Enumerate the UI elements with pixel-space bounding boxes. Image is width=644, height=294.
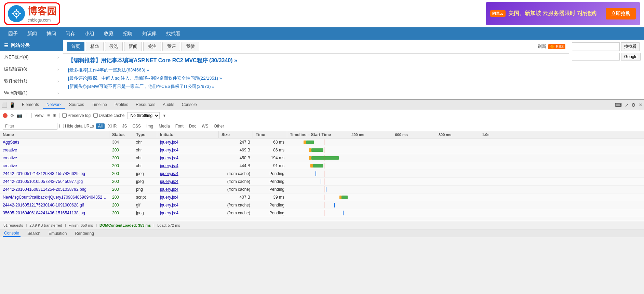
- table-row[interactable]: 24442-20160510105057343-756450977.jpg 20…: [0, 178, 644, 186]
- logo-container[interactable]: 博客园 cnblogs.com: [4, 2, 60, 25]
- table-row[interactable]: creative 200 xhr jquery.js:4 450 B 194 m…: [0, 154, 644, 162]
- close-devtools-icon[interactable]: ✕: [639, 102, 643, 108]
- view-list-icon[interactable]: ≡: [47, 113, 50, 118]
- record-btn[interactable]: [3, 113, 8, 118]
- nav-item-招聘[interactable]: 招聘: [118, 27, 137, 40]
- devtools-tab-profiles[interactable]: Profiles: [111, 101, 132, 109]
- content-tab-候选[interactable]: 候选: [105, 42, 123, 51]
- devtools-icon-mobile[interactable]: 📱: [9, 102, 15, 108]
- content-tab-关注[interactable]: 关注: [143, 42, 161, 51]
- table-row[interactable]: 24442-20160416083114254-2051038792.png 2…: [0, 186, 644, 193]
- row-initiator[interactable]: jquery.js:4: [157, 170, 219, 177]
- sub-article[interactable]: [最多推荐]工作4年的一些想法(63/4663) »: [68, 67, 564, 73]
- terminal-icon[interactable]: ⌨: [615, 102, 622, 108]
- devtools-tab-audits[interactable]: Audits: [159, 101, 177, 109]
- devtools-icon-inspect[interactable]: ⬜: [1, 102, 7, 108]
- row-initiator[interactable]: jquery.js:4: [157, 178, 219, 185]
- refresh-label[interactable]: 刷新: [537, 43, 546, 50]
- filter-type-img[interactable]: Img: [144, 123, 155, 129]
- nav-item-新闻[interactable]: 新闻: [23, 27, 42, 40]
- row-time: Pending: [253, 210, 287, 216]
- devtools-tab-timeline[interactable]: Timeline: [88, 101, 110, 109]
- nav-item-闪存[interactable]: 闪存: [61, 27, 80, 40]
- nav-item-收藏[interactable]: 收藏: [99, 27, 118, 40]
- undock-icon[interactable]: ↗: [625, 102, 629, 108]
- rss-badge[interactable]: 🔶 RSS: [548, 44, 565, 49]
- timeline-red-line: [324, 139, 324, 145]
- content-tab-新闻[interactable]: 新闻: [124, 42, 142, 51]
- row-initiator[interactable]: jquery.js:4: [157, 147, 219, 153]
- filter-type-media[interactable]: Media: [157, 123, 172, 129]
- ad-button[interactable]: 立即抢购: [606, 8, 636, 19]
- devtools-tab-resources[interactable]: Resources: [132, 101, 159, 109]
- disable-cache-label[interactable]: Disable cache: [93, 113, 124, 118]
- main-article[interactable]: 【编辑推荐】用记事本编写ASP.NET Core RC2 MVC程序 (30/3…: [68, 57, 564, 64]
- filter-type-css[interactable]: CSS: [130, 123, 143, 129]
- sub-article[interactable]: [新闻头条]BMW可能不再只是一家车厂，他们在CES像极了IT公司(3/973)…: [68, 83, 564, 90]
- table-row[interactable]: 24442-20160512143120343-1557426629.jpg 2…: [0, 170, 644, 178]
- filter-type-doc[interactable]: Doc: [187, 123, 198, 129]
- nav-item-小组[interactable]: 小组: [80, 27, 99, 40]
- row-initiator[interactable]: jquery.js:4: [157, 162, 219, 169]
- nav-item-知识库[interactable]: 知识库: [137, 27, 161, 40]
- bottom-tab-console[interactable]: Console: [3, 230, 21, 237]
- row-initiator[interactable]: jquery.js:4: [157, 155, 219, 161]
- filter-type-all[interactable]: All: [96, 123, 105, 129]
- table-row[interactable]: 24442-20160512175230140-1091080628.gif 2…: [0, 201, 644, 209]
- stop-btn[interactable]: ⊘: [10, 113, 14, 118]
- camera-btn[interactable]: 📷: [17, 113, 22, 118]
- table-row[interactable]: creative 200 xhr jquery.js:4 444 B 91 ms: [0, 162, 644, 170]
- content-tab-精华[interactable]: 精华: [86, 42, 104, 51]
- row-initiator[interactable]: jquery.js:4: [157, 194, 219, 201]
- filter-type-xhr[interactable]: XHR: [106, 123, 119, 129]
- sub-article[interactable]: [最多评论]嗅探、中间人sql注入、反编译--例说桌面软件安全性问题(22/13…: [68, 75, 564, 81]
- bottom-tab-rendering[interactable]: Rendering: [73, 230, 95, 237]
- devtools-tab-sources[interactable]: Sources: [66, 101, 88, 109]
- content-tab-我评[interactable]: 我评: [162, 42, 180, 51]
- filter-type-js[interactable]: JS: [120, 123, 129, 129]
- hide-data-label[interactable]: Hide data URLs: [59, 124, 94, 129]
- search-input-1[interactable]: [572, 42, 620, 51]
- preserve-log-checkbox[interactable]: [62, 113, 67, 118]
- row-size: (from cache): [219, 170, 253, 177]
- view-detail-icon[interactable]: ⊞: [53, 113, 56, 118]
- sidebar-item[interactable]: .NET技术(4)›: [0, 51, 63, 63]
- row-status: 200: [109, 147, 133, 153]
- hide-data-checkbox[interactable]: [59, 124, 64, 128]
- devtools-tab-network[interactable]: Network: [43, 101, 65, 109]
- filter-type-font[interactable]: Font: [173, 123, 186, 129]
- bottom-tab-emulation[interactable]: Emulation: [47, 230, 68, 237]
- row-initiator[interactable]: jquery.js:4: [157, 186, 219, 193]
- nav-item-找找看[interactable]: 找找看: [161, 27, 185, 40]
- disable-cache-checkbox[interactable]: [93, 113, 98, 118]
- sidebar-item[interactable]: 编程语言(8)›: [0, 63, 63, 75]
- search-input-2[interactable]: [572, 53, 620, 61]
- search-btn[interactable]: 找找看: [621, 42, 640, 51]
- content-tab-我赞[interactable]: 我赞: [182, 42, 199, 51]
- filter-input[interactable]: [3, 123, 57, 130]
- google-btn[interactable]: Google: [621, 53, 641, 61]
- content-tab-首页[interactable]: 首页: [67, 42, 84, 51]
- nav-item-博问[interactable]: 博问: [42, 27, 61, 40]
- row-initiator[interactable]: jquery.js:4: [157, 202, 219, 209]
- sidebar-item[interactable]: 软件设计(1)›: [0, 75, 63, 87]
- timeline-labels: 400 ms 600 ms 800 ms 1.0s: [351, 133, 489, 137]
- nav-item-园子[interactable]: 园子: [3, 27, 23, 40]
- table-row[interactable]: AggStats 304 xhr jquery.js:4 247 B 63 ms: [0, 138, 644, 146]
- table-row[interactable]: 35695-20160406184241406-1516541138.jpg 2…: [0, 209, 644, 217]
- table-row[interactable]: NewMsgCount?callback=jQuery1709864869694…: [0, 193, 644, 201]
- settings-icon[interactable]: ⚙: [631, 102, 636, 108]
- filter-type-ws[interactable]: WS: [200, 123, 210, 129]
- bottom-tab-search[interactable]: Search: [26, 230, 42, 237]
- filter-btn[interactable]: ⊤: [25, 113, 29, 118]
- table-row[interactable]: creative 200 xhr jquery.js:4 469 B 86 ms: [0, 146, 644, 154]
- filter-type-other[interactable]: Other: [212, 123, 226, 129]
- throttle-select[interactable]: No throttling: [127, 112, 160, 119]
- devtools-tab-elements[interactable]: Elements: [18, 101, 42, 109]
- preserve-log-label[interactable]: Preserve log: [62, 113, 91, 118]
- row-initiator[interactable]: jquery.js:4: [157, 210, 219, 216]
- sidebar-item[interactable]: Web前端(1)›: [0, 87, 63, 99]
- devtools-tab-console[interactable]: Console: [178, 101, 200, 109]
- ad-banner[interactable]: 阿里云 美国、新加坡 云服务器限时 7折抢购 立即抢购: [486, 2, 640, 25]
- row-initiator[interactable]: jquery.js:4: [157, 139, 219, 146]
